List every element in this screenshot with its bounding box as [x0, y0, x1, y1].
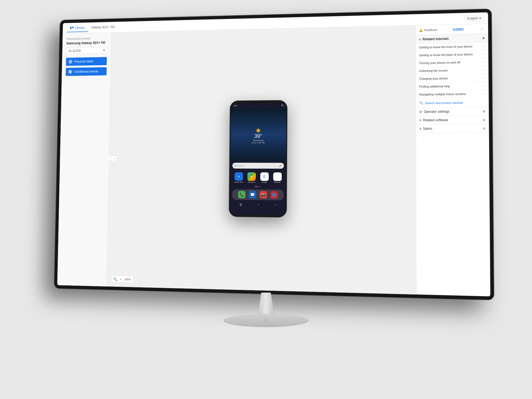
conditional-events-icon: [68, 70, 72, 74]
stand-base: : [223, 314, 309, 327]
mic-icon: 🎤: [279, 165, 282, 167]
svg-rect-1: [72, 27, 74, 28]
operator-settings-chevron-icon: ∨: [483, 109, 485, 113]
phone-time: 1:50: [234, 105, 237, 106]
tutorial-label-2: Turning your phone on and off: [419, 61, 460, 65]
phone-signal: 5G: [281, 104, 284, 106]
operator-settings-section[interactable]: ⊡ Operator settings ∨: [416, 107, 489, 116]
tutorial-label-5: Finding additional help: [419, 85, 450, 88]
weather-date: 12/2, 1:30 PM: [252, 142, 265, 144]
app-google[interactable]: G Google: [259, 172, 270, 183]
expand-panel-button[interactable]: ›: [111, 155, 117, 161]
specs-label: Specs: [423, 127, 432, 131]
phone-notch: [251, 102, 266, 104]
app-galaxy-store[interactable]: 🛍 Galaxy Store: [233, 172, 244, 183]
device-name: Samsung Galaxy S21+ 5G: [66, 40, 107, 45]
monitor-wrapper: Library Galaxy S21+ 5G English ▾ Virtual…: [27, 13, 505, 386]
conditional-events-button[interactable]: Conditional events: [66, 67, 107, 76]
search-icon: 🔍: [419, 101, 423, 105]
physical-views-button[interactable]: Physical views: [66, 57, 107, 66]
operator-settings-label: Operator settings: [424, 110, 450, 114]
tutorial-item-2[interactable]: Turning your phone on and off ›: [416, 58, 488, 67]
ozmo-logo: OZMO: [453, 27, 464, 31]
chevron-down-icon: ▾: [479, 16, 481, 20]
zoom-level: 100%: [124, 278, 131, 281]
phone-dock: 📞 💬 📷 🌐: [232, 189, 284, 200]
tutorial-chevron-0: ›: [484, 45, 485, 48]
tutorial-label-0: Getting to know the front of your device: [419, 45, 472, 49]
tutorial-chevron-4: ›: [484, 76, 485, 79]
search-placeholder-text: Search: [237, 164, 279, 167]
version-chevron-icon: ▾: [103, 48, 105, 52]
weather-icon: ☀️: [252, 128, 265, 133]
zoom-controls: 🔍 + 100%: [111, 276, 133, 283]
page-dots: [230, 185, 286, 188]
tutorial-chevron-3: ›: [484, 68, 485, 71]
tutorial-chevron-5: ›: [484, 84, 485, 87]
expand-right-panel-button[interactable]: ⤢: [479, 26, 485, 32]
operator-settings-icon: ⊡: [419, 110, 422, 114]
related-software-chevron-icon: ∨: [483, 118, 485, 122]
google-g-icon: G: [234, 164, 236, 167]
physical-views-icon: [68, 60, 72, 64]
tutorial-item-6[interactable]: Navigating multiple Home screens ›: [416, 90, 489, 99]
svg-rect-0: [70, 27, 72, 28]
feedback-button[interactable]: 🔔 Feedback: [419, 28, 437, 32]
microsoft-icon: [273, 172, 282, 181]
tutorial-chevron-1: ›: [484, 53, 485, 56]
dock-messages-icon[interactable]: 💬: [249, 191, 256, 198]
tab-library[interactable]: Library: [67, 23, 88, 32]
right-panel: 🔔 Feedback OZMO ⤢ ≡ Related tutorials ∧: [415, 24, 491, 296]
phone-nav-bar: ||| ○ ‹: [230, 201, 286, 209]
zoom-in-button[interactable]: +: [118, 277, 123, 281]
related-software-icon: ≡: [419, 118, 421, 122]
galaxy-store-icon: 🛍: [234, 172, 243, 181]
related-software-label: Related software: [423, 118, 448, 122]
weather-widget: ☀️ 39° Bracksburg 12/2, 1:30 PM: [252, 128, 265, 144]
specs-section[interactable]: ≡ Specs ∨: [416, 124, 489, 133]
weather-city: Bracksburg: [252, 139, 265, 142]
dock-browser-icon[interactable]: 🌐: [270, 191, 278, 198]
tutorial-item-1[interactable]: Getting to know the back of your device …: [416, 50, 488, 59]
tutorial-label-6: Navigating multiple Home screens: [419, 92, 466, 96]
right-panel-header: 🔔 Feedback OZMO ⤢: [416, 24, 488, 35]
left-panel: Virtual device controls Samsung Galaxy S…: [57, 32, 111, 286]
search-tutorials-label: Search and browse tutorials: [425, 101, 463, 105]
tab-device[interactable]: Galaxy S21+ 5G: [88, 23, 119, 32]
tutorial-label-1: Getting to know the back of your device: [419, 53, 473, 57]
app-microsoft[interactable]: Microsoft: [272, 172, 283, 183]
center-area: › 1:50 5G: [107, 26, 416, 294]
tutorial-label-3: Unlocking the screen: [419, 69, 448, 73]
specs-chevron-icon: ∨: [483, 126, 486, 130]
dock-phone-icon[interactable]: 📞: [238, 191, 246, 198]
nav-recent-icon[interactable]: |||: [240, 203, 242, 206]
phone-app-grid: 🛍 Galaxy Store ▶ Play Store G Google: [230, 170, 286, 185]
stand-neck: [258, 293, 274, 314]
controls-label: Virtual device controls: [66, 37, 107, 40]
phone-wallpaper: ☀️ 39° Bracksburg 12/2, 1:30 PM: [230, 108, 286, 161]
monitor-screen: Library Galaxy S21+ 5G English ▾ Virtual…: [57, 12, 490, 296]
weather-temp: 39°: [252, 133, 265, 139]
version-text: 11 11.0.0: [68, 49, 81, 53]
zoom-out-button[interactable]: 🔍: [113, 277, 117, 281]
tutorial-item-3[interactable]: Unlocking the screen ›: [416, 66, 488, 75]
phone-screen: 1:50 5G ☀️ 39° Bracksburg 12/2, 1:30 PM: [230, 102, 286, 215]
search-tutorials-button[interactable]: 🔍 Search and browse tutorials: [416, 98, 489, 108]
version-dropdown[interactable]: 11 11.0.0 ▾: [66, 47, 107, 54]
language-selector[interactable]: English ▾: [464, 15, 484, 22]
svg-rect-2: [70, 28, 72, 29]
app-play-store[interactable]: ▶ Play Store: [246, 172, 257, 183]
nav-back-icon[interactable]: ‹: [275, 203, 276, 206]
library-icon: [70, 27, 74, 29]
specs-icon: ≡: [419, 127, 421, 131]
phone-search-bar[interactable]: G Search 🎤: [232, 163, 284, 169]
dock-camera-icon[interactable]: 📷: [259, 191, 267, 198]
list-icon: ≡: [419, 38, 421, 41]
related-software-section[interactable]: ≡ Related software ∨: [416, 116, 489, 125]
apple-logo-icon: : [265, 318, 267, 324]
tutorial-item-4[interactable]: Charging your phone ›: [416, 74, 489, 83]
nav-home-icon[interactable]: ○: [257, 203, 259, 206]
tutorial-item-5[interactable]: Finding additional help ›: [416, 82, 489, 91]
monitor-stand: : [223, 293, 309, 327]
tutorial-chevron-2: ›: [484, 60, 485, 63]
